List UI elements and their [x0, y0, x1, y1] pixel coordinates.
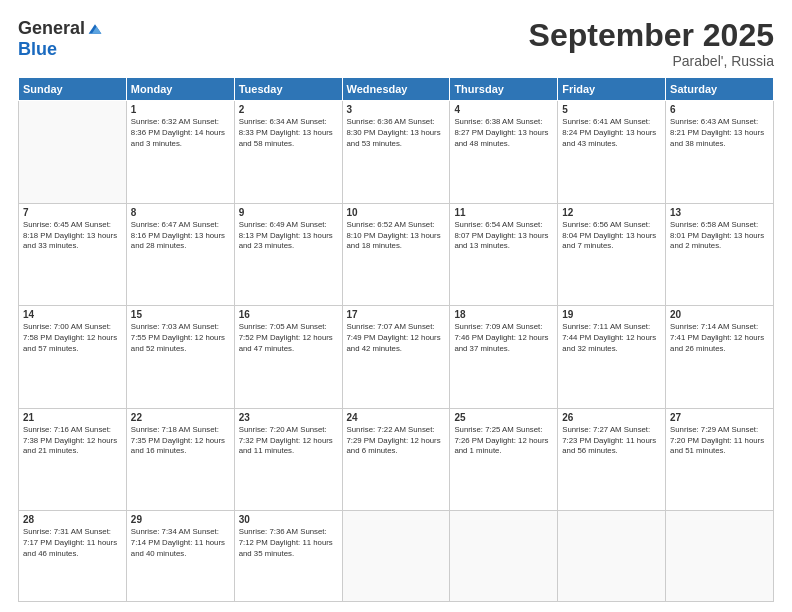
table-row: 22Sunrise: 7:18 AM Sunset: 7:35 PM Dayli… — [126, 408, 234, 510]
table-row: 17Sunrise: 7:07 AM Sunset: 7:49 PM Dayli… — [342, 306, 450, 408]
day-number: 13 — [670, 207, 769, 218]
day-info: Sunrise: 7:31 AM Sunset: 7:17 PM Dayligh… — [23, 527, 122, 560]
day-number: 12 — [562, 207, 661, 218]
logo-general-text: General — [18, 18, 85, 39]
col-tuesday: Tuesday — [234, 78, 342, 101]
table-row: 27Sunrise: 7:29 AM Sunset: 7:20 PM Dayli… — [666, 408, 774, 510]
day-info: Sunrise: 6:43 AM Sunset: 8:21 PM Dayligh… — [670, 117, 769, 150]
table-row: 6Sunrise: 6:43 AM Sunset: 8:21 PM Daylig… — [666, 101, 774, 203]
col-monday: Monday — [126, 78, 234, 101]
table-row: 28Sunrise: 7:31 AM Sunset: 7:17 PM Dayli… — [19, 511, 127, 602]
day-info: Sunrise: 7:36 AM Sunset: 7:12 PM Dayligh… — [239, 527, 338, 560]
day-number: 23 — [239, 412, 338, 423]
day-number: 19 — [562, 309, 661, 320]
day-info: Sunrise: 7:05 AM Sunset: 7:52 PM Dayligh… — [239, 322, 338, 355]
day-number: 24 — [347, 412, 446, 423]
logo: General Blue — [18, 18, 103, 60]
day-info: Sunrise: 6:54 AM Sunset: 8:07 PM Dayligh… — [454, 220, 553, 253]
day-number: 18 — [454, 309, 553, 320]
col-saturday: Saturday — [666, 78, 774, 101]
table-row — [450, 511, 558, 602]
table-row: 20Sunrise: 7:14 AM Sunset: 7:41 PM Dayli… — [666, 306, 774, 408]
table-row: 10Sunrise: 6:52 AM Sunset: 8:10 PM Dayli… — [342, 203, 450, 305]
day-info: Sunrise: 6:32 AM Sunset: 8:36 PM Dayligh… — [131, 117, 230, 150]
day-number: 21 — [23, 412, 122, 423]
table-row: 26Sunrise: 7:27 AM Sunset: 7:23 PM Dayli… — [558, 408, 666, 510]
day-info: Sunrise: 7:16 AM Sunset: 7:38 PM Dayligh… — [23, 425, 122, 458]
table-row — [19, 101, 127, 203]
calendar-header-row: Sunday Monday Tuesday Wednesday Thursday… — [19, 78, 774, 101]
table-row: 23Sunrise: 7:20 AM Sunset: 7:32 PM Dayli… — [234, 408, 342, 510]
logo-blue-text: Blue — [18, 39, 57, 60]
calendar: Sunday Monday Tuesday Wednesday Thursday… — [18, 77, 774, 602]
day-info: Sunrise: 7:20 AM Sunset: 7:32 PM Dayligh… — [239, 425, 338, 458]
day-number: 20 — [670, 309, 769, 320]
col-friday: Friday — [558, 78, 666, 101]
day-info: Sunrise: 6:58 AM Sunset: 8:01 PM Dayligh… — [670, 220, 769, 253]
day-info: Sunrise: 6:38 AM Sunset: 8:27 PM Dayligh… — [454, 117, 553, 150]
table-row: 13Sunrise: 6:58 AM Sunset: 8:01 PM Dayli… — [666, 203, 774, 305]
day-info: Sunrise: 6:45 AM Sunset: 8:18 PM Dayligh… — [23, 220, 122, 253]
day-number: 6 — [670, 104, 769, 115]
table-row: 12Sunrise: 6:56 AM Sunset: 8:04 PM Dayli… — [558, 203, 666, 305]
col-sunday: Sunday — [19, 78, 127, 101]
day-number: 16 — [239, 309, 338, 320]
table-row: 16Sunrise: 7:05 AM Sunset: 7:52 PM Dayli… — [234, 306, 342, 408]
month-title: September 2025 — [529, 18, 774, 53]
day-info: Sunrise: 6:52 AM Sunset: 8:10 PM Dayligh… — [347, 220, 446, 253]
table-row: 19Sunrise: 7:11 AM Sunset: 7:44 PM Dayli… — [558, 306, 666, 408]
location: Parabel', Russia — [529, 53, 774, 69]
table-row: 5Sunrise: 6:41 AM Sunset: 8:24 PM Daylig… — [558, 101, 666, 203]
day-info: Sunrise: 7:00 AM Sunset: 7:58 PM Dayligh… — [23, 322, 122, 355]
day-info: Sunrise: 6:34 AM Sunset: 8:33 PM Dayligh… — [239, 117, 338, 150]
day-number: 3 — [347, 104, 446, 115]
table-row: 4Sunrise: 6:38 AM Sunset: 8:27 PM Daylig… — [450, 101, 558, 203]
table-row: 24Sunrise: 7:22 AM Sunset: 7:29 PM Dayli… — [342, 408, 450, 510]
day-info: Sunrise: 7:03 AM Sunset: 7:55 PM Dayligh… — [131, 322, 230, 355]
day-info: Sunrise: 7:29 AM Sunset: 7:20 PM Dayligh… — [670, 425, 769, 458]
table-row — [666, 511, 774, 602]
day-number: 29 — [131, 514, 230, 525]
table-row: 1Sunrise: 6:32 AM Sunset: 8:36 PM Daylig… — [126, 101, 234, 203]
logo-icon — [87, 21, 103, 37]
table-row: 30Sunrise: 7:36 AM Sunset: 7:12 PM Dayli… — [234, 511, 342, 602]
table-row — [558, 511, 666, 602]
day-number: 22 — [131, 412, 230, 423]
day-number: 11 — [454, 207, 553, 218]
col-wednesday: Wednesday — [342, 78, 450, 101]
day-info: Sunrise: 6:56 AM Sunset: 8:04 PM Dayligh… — [562, 220, 661, 253]
day-info: Sunrise: 6:41 AM Sunset: 8:24 PM Dayligh… — [562, 117, 661, 150]
day-number: 4 — [454, 104, 553, 115]
day-info: Sunrise: 7:14 AM Sunset: 7:41 PM Dayligh… — [670, 322, 769, 355]
day-number: 9 — [239, 207, 338, 218]
day-number: 2 — [239, 104, 338, 115]
day-number: 28 — [23, 514, 122, 525]
day-info: Sunrise: 6:49 AM Sunset: 8:13 PM Dayligh… — [239, 220, 338, 253]
day-info: Sunrise: 7:11 AM Sunset: 7:44 PM Dayligh… — [562, 322, 661, 355]
table-row: 14Sunrise: 7:00 AM Sunset: 7:58 PM Dayli… — [19, 306, 127, 408]
day-info: Sunrise: 7:09 AM Sunset: 7:46 PM Dayligh… — [454, 322, 553, 355]
day-number: 26 — [562, 412, 661, 423]
table-row: 2Sunrise: 6:34 AM Sunset: 8:33 PM Daylig… — [234, 101, 342, 203]
day-number: 10 — [347, 207, 446, 218]
day-number: 7 — [23, 207, 122, 218]
day-number: 1 — [131, 104, 230, 115]
day-number: 14 — [23, 309, 122, 320]
day-info: Sunrise: 7:07 AM Sunset: 7:49 PM Dayligh… — [347, 322, 446, 355]
table-row: 8Sunrise: 6:47 AM Sunset: 8:16 PM Daylig… — [126, 203, 234, 305]
day-number: 15 — [131, 309, 230, 320]
table-row: 25Sunrise: 7:25 AM Sunset: 7:26 PM Dayli… — [450, 408, 558, 510]
table-row: 11Sunrise: 6:54 AM Sunset: 8:07 PM Dayli… — [450, 203, 558, 305]
day-number: 5 — [562, 104, 661, 115]
title-block: September 2025 Parabel', Russia — [529, 18, 774, 69]
day-number: 25 — [454, 412, 553, 423]
table-row: 7Sunrise: 6:45 AM Sunset: 8:18 PM Daylig… — [19, 203, 127, 305]
table-row: 15Sunrise: 7:03 AM Sunset: 7:55 PM Dayli… — [126, 306, 234, 408]
header: General Blue September 2025 Parabel', Ru… — [18, 18, 774, 69]
day-info: Sunrise: 7:22 AM Sunset: 7:29 PM Dayligh… — [347, 425, 446, 458]
day-info: Sunrise: 7:25 AM Sunset: 7:26 PM Dayligh… — [454, 425, 553, 458]
day-number: 8 — [131, 207, 230, 218]
day-number: 27 — [670, 412, 769, 423]
table-row — [342, 511, 450, 602]
table-row: 9Sunrise: 6:49 AM Sunset: 8:13 PM Daylig… — [234, 203, 342, 305]
